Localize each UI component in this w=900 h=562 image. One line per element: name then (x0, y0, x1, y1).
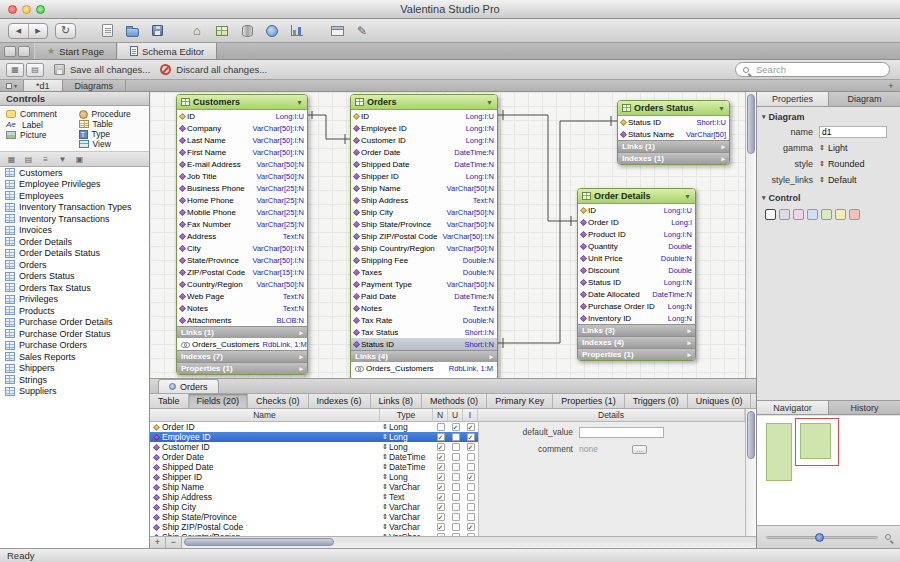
unique-checkbox[interactable]: ✓ (452, 423, 460, 431)
nullable-checkbox[interactable]: ✓ (437, 503, 445, 511)
unique-checkbox[interactable] (452, 513, 460, 521)
table-field-row[interactable]: Business PhoneVarChar[25]:N (177, 182, 307, 194)
view-toggle-diagram[interactable]: ▦ (6, 63, 24, 77)
column-header-type[interactable]: Type (380, 409, 433, 421)
field-row[interactable]: Ship State/Province⇕VarChar✓ (150, 512, 478, 522)
table-section-bar[interactable]: Links (3)▸ (578, 324, 695, 336)
control-section-header[interactable]: ▾ Control (757, 188, 900, 205)
database-button[interactable] (238, 22, 256, 40)
sidebar-table-item[interactable]: Invoices (0, 225, 149, 237)
column-header-unique[interactable]: U (448, 409, 463, 421)
table-section-bar[interactable]: Properties (1)▸ (578, 348, 695, 360)
table-field-row[interactable]: Inventory IDLong:N (578, 312, 695, 324)
tab-properties[interactable]: Properties (757, 92, 829, 106)
table-field-row[interactable]: NotesText:N (351, 302, 497, 314)
tools-button[interactable]: ✎ (353, 22, 371, 40)
table-field-row[interactable]: First NameVarChar[50]:I:N (177, 146, 307, 158)
table-field-row[interactable]: Order DateDateTime:N (351, 146, 497, 158)
table-field-row[interactable]: NotesText:N (177, 302, 307, 314)
filter-funnel-icon[interactable]: ▼ (486, 99, 493, 106)
forward-button[interactable]: ▶ (28, 24, 47, 38)
filter-funnel-icon[interactable]: ▼ (684, 193, 691, 200)
field-name-cell[interactable]: Employee ID (150, 432, 380, 442)
field-row[interactable]: Order ID⇕Long✓✓ (150, 422, 478, 432)
tab-start-page[interactable]: ★ Start Page (34, 43, 117, 59)
scrollbar-thumb[interactable] (747, 94, 755, 154)
palette-item-table[interactable]: Table (75, 119, 148, 129)
style-links-stepper[interactable]: ⇕ Default (819, 175, 856, 185)
unique-checkbox[interactable] (452, 503, 460, 511)
sidebar-table-item[interactable]: Orders (0, 259, 149, 271)
table-field-row[interactable]: Last NameVarChar[50]:I:N (177, 134, 307, 146)
navigator-minimap[interactable] (757, 416, 900, 526)
palette-item-comment[interactable]: Comment (2, 109, 75, 120)
sidebar-table-item[interactable]: Shippers (0, 363, 149, 375)
field-row[interactable]: Shipper ID⇕Long✓✓ (150, 472, 478, 482)
field-type-cell[interactable]: ⇕Long (380, 472, 433, 482)
field-row[interactable]: Ship Name⇕VarChar✓ (150, 482, 478, 492)
color-swatch[interactable] (765, 209, 776, 220)
color-swatch[interactable] (835, 209, 846, 220)
field-type-cell[interactable]: ⇕Long (380, 422, 433, 432)
inspector-tab-methods-0-[interactable]: Methods (0) (422, 394, 487, 408)
field-type-cell[interactable]: ⇕DateTime (380, 452, 433, 462)
table-field-row[interactable]: Customer IDLong:I:N (351, 134, 497, 146)
field-type-cell[interactable]: ⇕VarChar (380, 512, 433, 522)
column-header-nullable[interactable]: N (433, 409, 448, 421)
column-header-name[interactable]: Name (150, 409, 380, 421)
search-field[interactable] (735, 62, 890, 77)
table-section-bar[interactable]: Indexes (7)▸ (177, 350, 307, 362)
inspector-tab-checks-0-[interactable]: Checks (0) (248, 394, 309, 408)
table-field-row[interactable]: Shipping FeeDouble:N (351, 254, 497, 266)
add-diagram-button[interactable]: + (882, 80, 900, 91)
add-field-button[interactable]: + (150, 537, 166, 548)
default-value-input[interactable] (579, 427, 664, 438)
unique-checkbox[interactable] (452, 493, 460, 501)
table-field-row[interactable]: Ship Country/RegionVarChar[50]:N (351, 242, 497, 254)
sidebar-table-item[interactable]: Employees (0, 190, 149, 202)
indexed-checkbox[interactable]: ✓ (467, 473, 475, 481)
table-field-row[interactable]: Shipped DateDateTime:N (351, 158, 497, 170)
table-section-bar[interactable]: Links (1)▸ (618, 140, 729, 152)
nullable-checkbox[interactable] (437, 423, 445, 431)
diagram-table-customers[interactable]: Customers▼IDLong:I:UCompanyVarChar[50]:I… (176, 94, 308, 375)
nullable-checkbox[interactable]: ✓ (437, 513, 445, 521)
sidebar-table-item[interactable]: Inventory Transaction Types (0, 202, 149, 214)
options-icon[interactable]: ▣ (73, 153, 86, 165)
indexed-checkbox[interactable] (467, 483, 475, 491)
inspector-tab-fields-20-[interactable]: Fields (20) (189, 394, 249, 408)
nullable-checkbox[interactable]: ✓ (437, 443, 445, 451)
table-link-row[interactable]: Orders_CustomersRdbLink, 1:M (177, 338, 307, 350)
table-field-row[interactable]: Tax StatusShort:I:N (351, 326, 497, 338)
save-all-button[interactable]: Save all changes... (54, 64, 150, 75)
indexed-checkbox[interactable]: ✓ (467, 433, 475, 441)
inspector-tab-uniques-0-[interactable]: Uniques (0) (688, 394, 752, 408)
tab-history[interactable]: History (829, 401, 900, 414)
inspector-tab-indexes-6-[interactable]: Indexes (6) (309, 394, 371, 408)
field-name-cell[interactable]: Shipped Date (150, 462, 380, 472)
field-name-cell[interactable]: Order ID (150, 422, 380, 432)
sidebar-table-item[interactable]: Suppliers (0, 386, 149, 398)
table-field-row[interactable]: IDLong:I:U (578, 204, 695, 216)
field-type-cell[interactable]: ⇕VarChar (380, 522, 433, 532)
unique-checkbox[interactable] (452, 433, 460, 441)
table-field-row[interactable]: Product IDLong:I:N (578, 228, 695, 240)
gamma-stepper[interactable]: ⇕ Light (819, 143, 847, 153)
unique-checkbox[interactable] (452, 463, 460, 471)
schema-button[interactable] (213, 22, 231, 40)
field-row[interactable]: Customer ID⇕Long✓✓ (150, 442, 478, 452)
indexed-checkbox[interactable]: ✓ (467, 443, 475, 451)
discard-all-button[interactable]: Discard all changes... (160, 64, 267, 75)
field-name-cell[interactable]: Ship City (150, 502, 380, 512)
field-name-cell[interactable]: Customer ID (150, 442, 380, 452)
table-field-row[interactable]: Ship ZIP/Postal CodeVarChar[50]:I:N (351, 230, 497, 242)
tab-bar-button-2[interactable] (18, 46, 30, 57)
sidebar-table-item[interactable]: Purchase Order Status (0, 328, 149, 340)
indexed-checkbox[interactable]: ✓ (467, 523, 475, 531)
indexed-checkbox[interactable] (467, 503, 475, 511)
field-name-cell[interactable]: Ship ZIP/Postal Code (150, 522, 380, 532)
palette-item-view[interactable]: View (75, 139, 148, 149)
home-button[interactable]: ⌂ (188, 22, 206, 40)
palette-item-picture[interactable]: Picture (2, 130, 75, 141)
table-field-row[interactable]: Ship CityVarChar[50]:N (351, 206, 497, 218)
